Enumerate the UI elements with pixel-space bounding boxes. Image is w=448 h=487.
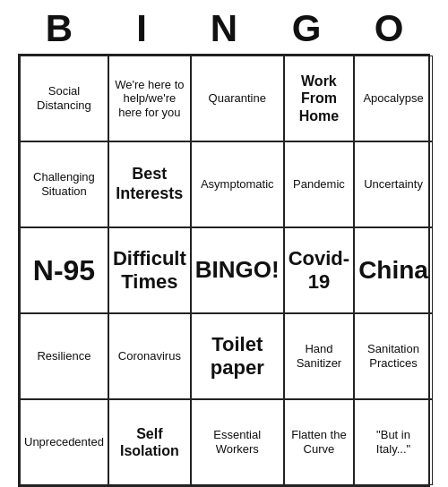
- cell-r0-c1: We're here to help/we're here for you: [108, 56, 191, 141]
- cell-r3-c2: Toilet paper: [191, 313, 284, 399]
- cell-text-r0-c1: We're here to help/we're here for you: [113, 78, 186, 120]
- cell-text-r4-c1: Self Isolation: [113, 425, 186, 459]
- cell-r0-c3: Work From Home: [284, 56, 354, 141]
- cell-r0-c0: Social Distancing: [20, 56, 108, 141]
- cell-text-r2-c1: Difficult Times: [113, 247, 186, 295]
- cell-text-r1-c3: Pandemic: [293, 177, 345, 192]
- cell-text-r0-c3: Work From Home: [289, 73, 349, 124]
- bingo-letter: N: [185, 7, 263, 50]
- cell-r2-c3: Covid-19: [284, 227, 354, 313]
- cell-r2-c0: N-95: [20, 227, 108, 313]
- cell-text-r0-c4: Apocalypse: [363, 91, 423, 106]
- cell-text-r3-c3: Hand Sanitizer: [289, 342, 349, 370]
- cell-r1-c1: Best Interests: [108, 141, 191, 227]
- cell-r3-c1: Coronavirus: [108, 313, 191, 399]
- cell-text-r3-c1: Coronavirus: [118, 349, 181, 363]
- cell-r4-c0: Unprecedented: [20, 399, 108, 485]
- cell-text-r4-c0: Unprecedented: [24, 435, 104, 449]
- cell-text-r4-c4: "But in Italy...": [358, 428, 428, 456]
- cell-text-r0-c2: Quarantine: [209, 91, 266, 106]
- cell-text-r1-c1: Best Interests: [113, 165, 186, 203]
- cell-r4-c2: Essential Workers: [191, 399, 284, 485]
- cell-text-r3-c4: Sanitation Practices: [358, 342, 428, 370]
- cell-r1-c2: Asymptomatic: [191, 141, 284, 227]
- cell-r1-c0: Challenging Situation: [20, 141, 108, 227]
- cell-r4-c1: Self Isolation: [108, 399, 191, 485]
- cell-text-r2-c0: N-95: [33, 253, 95, 287]
- cell-r3-c0: Resilience: [20, 313, 108, 399]
- bingo-header: BINGO: [18, 0, 430, 54]
- cell-text-r1-c4: Uncertainty: [364, 177, 423, 192]
- cell-text-r4-c3: Flatten the Curve: [289, 428, 349, 456]
- cell-r2-c2: BINGO!: [191, 227, 284, 313]
- bingo-letter: O: [349, 7, 428, 50]
- cell-text-r3-c2: Toilet paper: [195, 333, 280, 380]
- cell-r2-c4: China: [354, 227, 433, 313]
- cell-r4-c4: "But in Italy...": [354, 399, 433, 485]
- cell-text-r4-c2: Essential Workers: [195, 428, 280, 456]
- cell-r2-c1: Difficult Times: [108, 227, 191, 313]
- cell-text-r2-c2: BINGO!: [195, 256, 280, 284]
- bingo-grid: Social DistancingWe're here to help/we'r…: [18, 54, 430, 487]
- cell-text-r0-c0: Social Distancing: [24, 84, 104, 112]
- cell-text-r2-c4: China: [358, 255, 428, 286]
- cell-r1-c3: Pandemic: [284, 141, 354, 227]
- bingo-letter: G: [267, 7, 346, 50]
- cell-r0-c2: Quarantine: [191, 56, 284, 141]
- cell-text-r1-c0: Challenging Situation: [24, 170, 104, 198]
- cell-r4-c3: Flatten the Curve: [284, 399, 354, 485]
- bingo-letter: B: [20, 7, 99, 50]
- bingo-letter: I: [102, 7, 181, 50]
- cell-text-r1-c2: Asymptomatic: [201, 177, 274, 192]
- cell-text-r2-c3: Covid-19: [289, 247, 349, 295]
- cell-r1-c4: Uncertainty: [354, 141, 433, 227]
- cell-text-r3-c0: Resilience: [37, 349, 90, 363]
- cell-r3-c4: Sanitation Practices: [354, 313, 433, 399]
- cell-r3-c3: Hand Sanitizer: [284, 313, 354, 399]
- cell-r0-c4: Apocalypse: [354, 56, 433, 141]
